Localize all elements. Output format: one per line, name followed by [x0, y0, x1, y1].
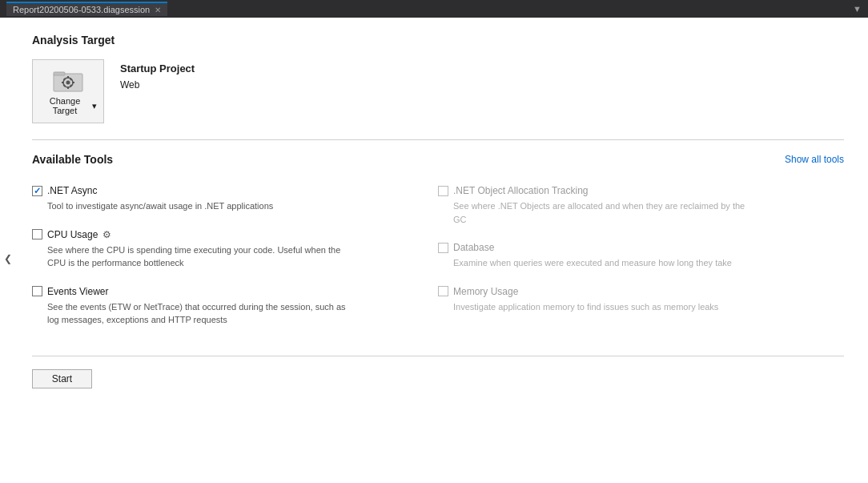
section-divider-2 [32, 356, 844, 356]
checkbox-memory-usage[interactable] [438, 286, 448, 296]
svg-point-3 [66, 81, 70, 85]
checkbox-events-viewer[interactable] [32, 286, 42, 296]
start-button[interactable]: Start [32, 369, 92, 388]
tool-header-database: Database [438, 242, 831, 253]
startup-project-info: Startup Project Web [120, 59, 195, 91]
analysis-target-title: Analysis Target [32, 34, 844, 46]
title-bar-actions-icon[interactable]: ▼ [853, 4, 862, 14]
tool-item-memory-usage: Memory Usage Investigate application mem… [438, 280, 844, 324]
tools-column-left: ✓ .NET Async Tool to investigate async/a… [32, 179, 438, 336]
tool-header-net-async: ✓ .NET Async [32, 185, 425, 196]
tool-item-net-object-tracking: .NET Object Allocation Tracking See wher… [438, 179, 844, 235]
title-tab[interactable]: Report20200506-0533.diagsession ✕ [6, 2, 167, 16]
change-target-button[interactable]: Change Target ▾ [32, 59, 104, 123]
show-all-tools-link[interactable]: Show all tools [785, 154, 844, 165]
tool-header-memory-usage: Memory Usage [438, 286, 831, 297]
tool-item-net-async: ✓ .NET Async Tool to investigate async/a… [32, 179, 438, 223]
collapse-panel-button[interactable]: ❮ [0, 18, 16, 483]
title-bar: Report20200506-0533.diagsession ✕ ▼ [0, 0, 868, 18]
tool-header-cpu-usage: CPU Usage ⚙ [32, 229, 425, 240]
tool-name-database: Database [453, 242, 494, 253]
svg-rect-1 [54, 72, 65, 75]
panel: Analysis Target [16, 18, 868, 483]
tool-name-net-object-tracking: .NET Object Allocation Tracking [453, 185, 589, 196]
gear-icon[interactable]: ⚙ [102, 229, 111, 240]
change-target-label: Change Target ▾ [39, 96, 97, 115]
checkbox-net-object-tracking[interactable] [438, 186, 448, 196]
startup-project-title: Startup Project [120, 62, 195, 74]
checkbox-cpu-usage[interactable] [32, 229, 42, 239]
svg-rect-6 [62, 82, 64, 83]
main-content: ❮ Analysis Target [0, 18, 868, 483]
tool-item-database: Database Examine when queries were execu… [438, 235, 844, 280]
tool-name-cpu-usage: CPU Usage [47, 229, 98, 240]
available-tools-title: Available Tools [32, 153, 113, 166]
tool-name-net-async: .NET Async [47, 185, 97, 196]
close-tab-icon[interactable]: ✕ [155, 6, 161, 14]
tools-header: Available Tools Show all tools [32, 153, 844, 166]
tool-desc-database: Examine when queries were executed and m… [453, 256, 757, 270]
tool-name-memory-usage: Memory Usage [453, 286, 518, 297]
checkbox-database[interactable] [438, 243, 448, 253]
startup-project-icon [52, 67, 84, 93]
target-box: Change Target ▾ Startup Project Web [32, 59, 844, 123]
tool-header-net-object-tracking: .NET Object Allocation Tracking [438, 185, 831, 196]
svg-rect-4 [67, 76, 69, 78]
tool-desc-cpu-usage: See where the CPU is spending time execu… [47, 244, 352, 270]
tool-desc-events-viewer: See the events (ETW or NetTrace) that oc… [47, 300, 352, 327]
svg-rect-5 [67, 87, 69, 89]
svg-rect-7 [72, 82, 74, 83]
tools-grid: ✓ .NET Async Tool to investigate async/a… [32, 179, 844, 336]
content-wrapper: ❮ Analysis Target [0, 18, 868, 483]
tool-desc-net-object-tracking: See where .NET Objects are allocated and… [453, 199, 757, 226]
tool-desc-memory-usage: Investigate application memory to find i… [453, 300, 757, 314]
tool-item-events-viewer: Events Viewer See the events (ETW or Net… [32, 280, 438, 336]
tool-desc-net-async: Tool to investigate async/await usage in… [47, 199, 352, 213]
tab-title: Report20200506-0533.diagsession [13, 5, 150, 14]
tool-name-events-viewer: Events Viewer [47, 286, 108, 297]
startup-project-name: Web [120, 79, 195, 91]
tool-header-events-viewer: Events Viewer [32, 286, 425, 297]
section-divider-1 [32, 139, 844, 140]
checkbox-net-async[interactable]: ✓ [32, 186, 42, 196]
tool-item-cpu-usage: CPU Usage ⚙ See where the CPU is spendin… [32, 223, 438, 280]
tools-column-right: .NET Object Allocation Tracking See wher… [438, 179, 844, 336]
